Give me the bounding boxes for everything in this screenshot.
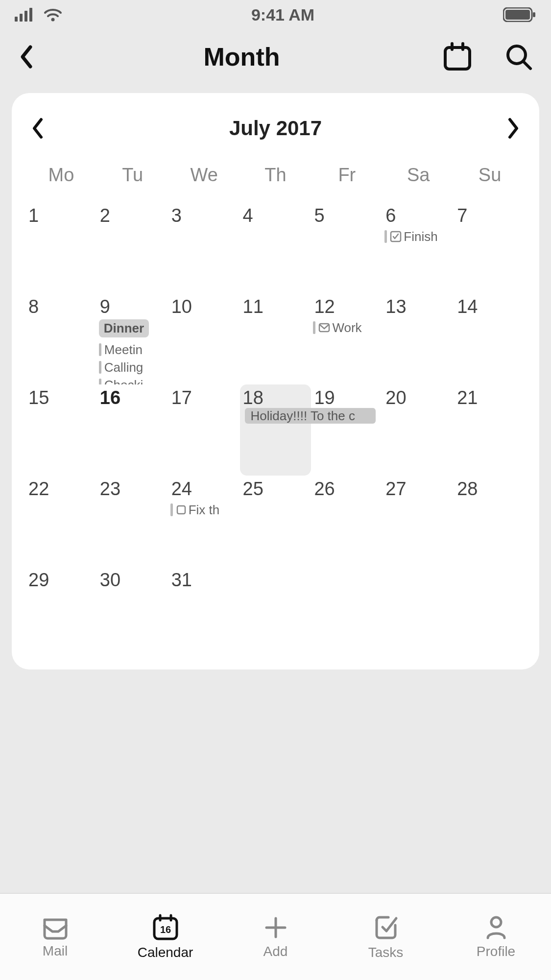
weekday-label: Mo	[25, 160, 97, 202]
day-cell[interactable]: 14	[454, 293, 526, 384]
svg-rect-8	[445, 48, 470, 69]
tab-label: Mail	[43, 943, 68, 959]
event-item[interactable]: Work	[313, 319, 381, 336]
day-cell[interactable]: 25	[240, 476, 311, 567]
day-cell[interactable]: 17	[168, 384, 240, 476]
weekday-row: MoTuWeThFrSaSu	[25, 160, 526, 202]
day-cell[interactable]: 4	[240, 202, 311, 293]
day-cell[interactable]: 29	[25, 567, 97, 658]
event-pill[interactable]: Dinner	[99, 319, 149, 337]
tab-label: Profile	[477, 944, 515, 959]
event-item[interactable]: Finish	[384, 228, 452, 245]
day-number: 11	[242, 296, 310, 317]
day-cell[interactable]: 24Fix th	[168, 476, 240, 567]
tab-label: Calendar	[138, 945, 193, 960]
event-item[interactable]: Meetin	[99, 341, 167, 358]
event-bar	[99, 361, 101, 374]
day-number: 24	[170, 478, 238, 500]
signal-icon	[15, 8, 34, 22]
day-cell[interactable]: 6Finish	[383, 202, 454, 293]
day-number: 2	[99, 205, 167, 226]
day-number: 21	[456, 387, 524, 408]
status-bar: 9:41 AM	[0, 0, 551, 29]
day-cell[interactable]: 26	[311, 476, 383, 567]
mail-icon	[41, 915, 70, 940]
svg-rect-6	[505, 10, 530, 20]
event-item[interactable]: Fix th	[170, 502, 238, 518]
next-month-button[interactable]	[505, 117, 522, 140]
day-cell[interactable]: 7	[454, 202, 526, 293]
day-cell[interactable]: 13	[383, 293, 454, 384]
day-cell[interactable]: 30	[97, 567, 168, 658]
tab-label: Tasks	[368, 945, 404, 960]
tab-mail[interactable]: Mail	[0, 894, 110, 980]
calendar-card: July 2017 MoTuWeThFrSaSu 123456Finish789…	[12, 93, 539, 669]
day-cell[interactable]: 8	[25, 293, 97, 384]
event-item[interactable]: Calling	[99, 359, 167, 376]
day-cell[interactable]: 1	[25, 202, 97, 293]
calendar-grid: 123456Finish789DinnerMeetinCallingChecki…	[25, 202, 526, 658]
day-cell[interactable]: 5	[311, 202, 383, 293]
tab-add[interactable]: Add	[220, 894, 331, 980]
tab-tasks[interactable]: Tasks	[331, 894, 441, 980]
back-button[interactable]	[18, 44, 41, 70]
day-cell[interactable]: 18	[240, 384, 311, 476]
event-bar	[384, 230, 387, 243]
day-cell[interactable]: 27	[383, 476, 454, 567]
day-cell[interactable]: 10	[168, 293, 240, 384]
event-bar	[99, 379, 101, 384]
calendar-icon[interactable]	[442, 42, 473, 72]
profile-icon	[483, 914, 509, 941]
day-cell[interactable]: 15	[25, 384, 97, 476]
day-number: 14	[456, 296, 524, 317]
event-label: Meetin	[104, 342, 143, 358]
day-number: 4	[242, 205, 310, 226]
plus-icon	[263, 914, 289, 941]
day-cell[interactable]: 2	[97, 202, 168, 293]
day-number: 13	[384, 296, 452, 317]
day-cell[interactable]: 19	[311, 384, 383, 476]
event-bar	[313, 321, 315, 334]
tab-bar: Mail 16 Calendar Add Tasks Profile	[0, 893, 551, 980]
svg-rect-7	[533, 12, 535, 17]
svg-rect-0	[15, 17, 18, 22]
day-cell[interactable]: 20	[383, 384, 454, 476]
day-cell[interactable]: 31	[168, 567, 240, 658]
tab-calendar[interactable]: 16 Calendar	[110, 894, 220, 980]
prev-month-button[interactable]	[29, 117, 46, 140]
day-cell[interactable]: 9DinnerMeetinCallingChecki	[97, 293, 168, 384]
svg-point-4	[51, 18, 55, 22]
day-number: 25	[242, 478, 310, 500]
check-icon	[390, 231, 402, 242]
day-number: 17	[170, 387, 238, 408]
tab-profile[interactable]: Profile	[441, 894, 551, 980]
weekday-label: Th	[240, 160, 311, 202]
day-cell[interactable]: 16	[97, 384, 168, 476]
day-number: 3	[170, 205, 238, 226]
search-icon[interactable]	[504, 42, 533, 72]
event-label: Fix th	[189, 502, 220, 518]
day-cell[interactable]: 11	[240, 293, 311, 384]
tasks-icon	[372, 913, 400, 942]
day-number: 1	[27, 205, 95, 226]
day-cell[interactable]: 28	[454, 476, 526, 567]
battery-icon	[503, 7, 536, 22]
square-icon	[176, 504, 187, 515]
day-number: 29	[27, 570, 95, 591]
event-item[interactable]: Checki	[99, 377, 167, 384]
day-cell[interactable]: 3	[168, 202, 240, 293]
day-cell[interactable]: 21	[454, 384, 526, 476]
day-number: 5	[313, 205, 381, 226]
day-cell[interactable]: 22	[25, 476, 97, 567]
svg-rect-1	[20, 14, 23, 22]
svg-text:16: 16	[160, 924, 170, 935]
day-number: 12	[313, 296, 381, 317]
day-cell[interactable]: 12Work	[311, 293, 383, 384]
day-number: 20	[384, 387, 452, 408]
day-cell[interactable]: 23	[97, 476, 168, 567]
event-bar	[170, 503, 173, 516]
day-number: 31	[170, 570, 238, 591]
day-number: 8	[27, 296, 95, 317]
multi-day-event[interactable]: Holiday!!!! To the c	[245, 408, 376, 424]
weekday-label: We	[168, 160, 240, 202]
